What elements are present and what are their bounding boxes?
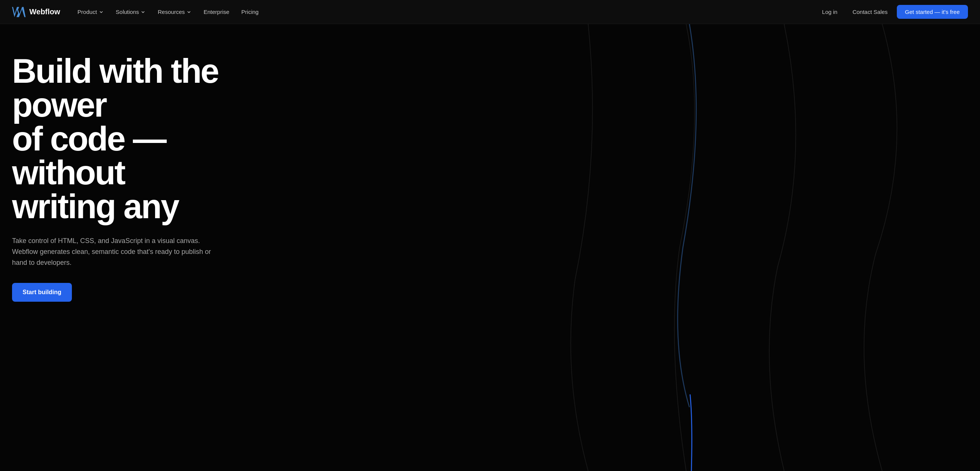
nav-item-resources[interactable]: Resources [153,6,197,18]
login-button[interactable]: Log in [816,6,843,18]
hero-title: Build with the power of code — without w… [12,54,268,224]
nav-item-solutions[interactable]: Solutions [111,6,151,18]
nav-right: Log in Contact Sales Get started — it's … [816,5,968,19]
hero-section: Build with the power of code — without w… [0,24,980,471]
chevron-down-icon [99,10,104,15]
logo-text: Webflow [29,8,60,16]
nav-item-product[interactable]: Product [72,6,109,18]
contact-sales-button[interactable]: Contact Sales [846,6,893,18]
bg-decoration [392,24,980,471]
nav-item-enterprise[interactable]: Enterprise [198,6,234,18]
start-building-button[interactable]: Start building [12,283,72,302]
webflow-logo-icon [12,7,25,17]
nav-left: Webflow Product Solutions Resources [12,6,264,18]
hero-subtitle: Take control of HTML, CSS, and JavaScrip… [12,236,223,268]
get-started-button[interactable]: Get started — it's free [897,5,968,19]
navbar: Webflow Product Solutions Resources [0,0,980,24]
hero-title-line2: of code — without [12,120,165,192]
hero-title-line3: writing any [12,188,178,225]
chevron-down-icon [186,10,192,15]
logo-link[interactable]: Webflow [12,7,60,17]
nav-links: Product Solutions Resources Enterprise [72,6,264,18]
nav-item-pricing[interactable]: Pricing [236,6,264,18]
chevron-down-icon [140,10,146,15]
hero-title-line1: Build with the power [12,52,218,124]
hero-content: Build with the power of code — without w… [12,54,268,302]
